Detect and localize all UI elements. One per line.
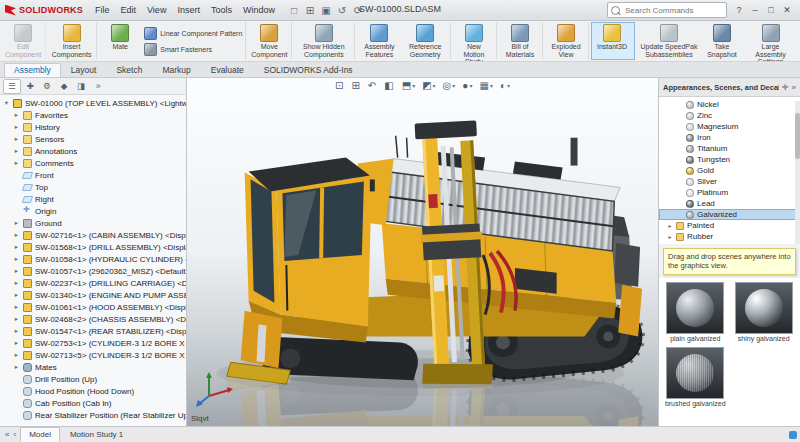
tree-item[interactable]: Origin <box>0 205 186 217</box>
tree-item[interactable]: ▸ SW-01547<1> (REAR STABILIZER) <Display… <box>0 325 186 337</box>
previous-view-icon[interactable]: ↶ <box>366 80 379 92</box>
appearance-item[interactable]: Platinum <box>659 187 800 198</box>
tree-item[interactable]: ▸ SW-01057<1> (29620362_MISZ) <Default> … <box>0 265 186 277</box>
tree-expand-arrow[interactable]: ▸ <box>13 351 20 359</box>
tab-scroll-left-icon[interactable]: ‹ <box>11 430 18 439</box>
tree-expand-arrow[interactable]: ▸ <box>13 159 20 167</box>
ribbon-button[interactable]: Show Hidden Components <box>294 22 355 60</box>
ribbon-tab[interactable]: Evaluate <box>201 63 254 77</box>
tree-expand-arrow[interactable]: ▸ <box>13 267 20 275</box>
ribbon-button[interactable]: Instant3D <box>591 22 635 60</box>
ribbon-button[interactable]: Assembly Features <box>357 22 401 60</box>
menu-item[interactable]: Window <box>238 3 280 17</box>
tree-expand-arrow[interactable]: ▸ <box>13 291 20 299</box>
tree-item[interactable]: ▸ SW-01058<1> (HYDRAULIC CYLINDER) <Disp… <box>0 253 186 265</box>
appearance-item[interactable]: ▸ Rubber <box>659 231 800 242</box>
tree-item[interactable]: ▸ History <box>0 121 186 133</box>
ribbon-button[interactable]: Exploded View <box>545 22 589 60</box>
display-style-icon[interactable]: ◩▾ <box>420 80 437 92</box>
ribbon-tab[interactable]: SOLIDWORKS Add-Ins <box>254 63 363 77</box>
ribbon-button[interactable]: New Motion Study <box>453 22 497 60</box>
tree-item[interactable]: ▸ SW-01340<1> (ENGINE AND PUMP ASSEMBLY)… <box>0 289 186 301</box>
view-orientation-icon[interactable]: ⬒▾ <box>400 80 417 92</box>
save-icon[interactable]: ▣ <box>319 3 333 17</box>
help-button[interactable]: ? <box>731 3 747 17</box>
appearance-item[interactable]: Titanium <box>659 143 800 154</box>
ribbon-button[interactable]: Move Component <box>248 22 292 60</box>
tree-item[interactable]: ▸ SW-02468<2> (CHASSIS ASSEMBLY) <Displa… <box>0 313 186 325</box>
drill-rig-model[interactable] <box>227 120 643 388</box>
tree-expand-arrow[interactable]: ▾ <box>3 99 10 107</box>
ribbon-button[interactable]: Edit Component <box>2 22 46 60</box>
tree-item[interactable]: ▸ SW-02753<1> (CYLINDER-3 1/2 BORE X 7" … <box>0 337 186 349</box>
menu-item[interactable]: View <box>142 3 171 17</box>
tree-item[interactable]: ▸ SW-02713<5> (CYLINDER-3 1/2 BORE X 5" … <box>0 349 186 361</box>
tree-expand-arrow[interactable]: ▸ <box>13 339 20 347</box>
ribbon-button[interactable]: Smart Fasteners <box>144 43 242 56</box>
appearance-item[interactable]: Magnesium <box>659 121 800 132</box>
tree-expand-arrow[interactable]: ▸ <box>13 111 20 119</box>
dimxpertmanager-tab-icon[interactable]: ◆ <box>56 80 72 93</box>
appearance-item[interactable]: Zinc <box>659 110 800 121</box>
ribbon-button[interactable]: Update SpeedPak Subassemblies <box>637 22 701 60</box>
graphics-viewport-canvas[interactable] <box>187 78 658 426</box>
appearance-item[interactable]: Tungsten <box>659 154 800 165</box>
tree-item[interactable]: Top <box>0 181 186 193</box>
graphics-area[interactable]: ⊡ ⊞ ↶ ◧ ⬒▾ <box>187 78 658 426</box>
pane-chevron-icon[interactable]: » <box>90 80 106 93</box>
menu-item[interactable]: Insert <box>172 3 205 17</box>
tree-item[interactable]: Drill Position (Up) <box>0 373 186 385</box>
tree-expand-arrow[interactable]: ▸ <box>667 222 673 229</box>
tree-expand-arrow[interactable]: ▸ <box>13 315 20 323</box>
appearance-item[interactable]: Lead <box>659 198 800 209</box>
tree-item[interactable]: ▸ Ground <box>0 217 186 229</box>
appearance-item[interactable]: Silver <box>659 176 800 187</box>
menu-item[interactable]: Tools <box>206 3 237 17</box>
featuremanager-tab-icon[interactable]: ☰ <box>3 79 21 94</box>
appearance-item[interactable]: ▸ Painted <box>659 220 800 231</box>
edit-appearance-icon[interactable]: ●▾ <box>460 80 474 92</box>
ribbon-tab[interactable]: Markup <box>152 63 200 77</box>
appearance-item[interactable]: Iron <box>659 132 800 143</box>
ribbon-button[interactable]: Insert Components <box>48 22 97 60</box>
appearance-item[interactable]: Galvanized <box>659 209 800 220</box>
tree-item[interactable]: ▸ Favorites <box>0 109 186 121</box>
task-pane-scrollbar[interactable] <box>795 101 800 244</box>
close-button[interactable]: ✕ <box>779 3 795 17</box>
ribbon-button[interactable]: Linear Component Pattern <box>144 27 242 40</box>
tree-item[interactable]: ▸ Annotations <box>0 145 186 157</box>
tree-expand-arrow[interactable]: ▸ <box>13 327 20 335</box>
pin-icon[interactable]: ✛ <box>782 83 789 92</box>
tree-item[interactable]: Hood Position (Hood Down) <box>0 385 186 397</box>
tree-expand-arrow[interactable]: ▸ <box>13 279 20 287</box>
hide-show-items-icon[interactable]: ◎▾ <box>441 80 458 92</box>
tree-expand-arrow[interactable]: ▸ <box>13 135 20 143</box>
zoom-area-icon[interactable]: ⊞ <box>349 80 362 92</box>
tree-expand-arrow[interactable]: ▸ <box>13 243 20 251</box>
document-tab[interactable]: Motion Study 1 <box>61 427 132 442</box>
tree-expand-arrow[interactable]: ▸ <box>13 255 20 263</box>
tree-expand-arrow[interactable]: ▸ <box>13 303 20 311</box>
undo-icon[interactable]: ↺ <box>335 3 349 17</box>
minimize-button[interactable]: – <box>747 3 763 17</box>
tree-item[interactable]: Cab Position (Cab In) <box>0 397 186 409</box>
zoom-fit-icon[interactable]: ⊡ <box>333 80 346 92</box>
maximize-button[interactable]: □ <box>763 3 779 17</box>
section-view-icon[interactable]: ◧ <box>382 80 396 92</box>
displaymanager-tab-icon[interactable]: ◨ <box>73 80 89 93</box>
tab-scroll-start-icon[interactable]: « <box>3 430 11 439</box>
configurationmanager-tab-icon[interactable]: ⚙ <box>39 80 55 93</box>
tree-expand-arrow[interactable]: ▸ <box>13 123 20 131</box>
tree-item[interactable]: ▸ Sensors <box>0 133 186 145</box>
tree-item[interactable]: ▸ Mates <box>0 361 186 373</box>
ribbon-button[interactable]: Mate <box>99 22 141 60</box>
new-document-icon[interactable]: □ <box>287 3 301 17</box>
tree-expand-arrow[interactable]: ▸ <box>667 233 673 240</box>
tree-item[interactable]: ▸ SW-02716<1> (CABIN ASSEMBLY) <Display … <box>0 229 186 241</box>
appearance-thumbnail[interactable]: shiny galvanized <box>733 282 796 343</box>
propertymanager-tab-icon[interactable]: ✚ <box>22 80 38 93</box>
menu-item[interactable]: Edit <box>116 3 142 17</box>
ribbon-tab[interactable]: Layout <box>61 63 107 77</box>
document-tab[interactable]: Model <box>20 427 60 442</box>
tree-item[interactable]: Rear Stabilizer Position (Rear Stabilize… <box>0 409 186 421</box>
